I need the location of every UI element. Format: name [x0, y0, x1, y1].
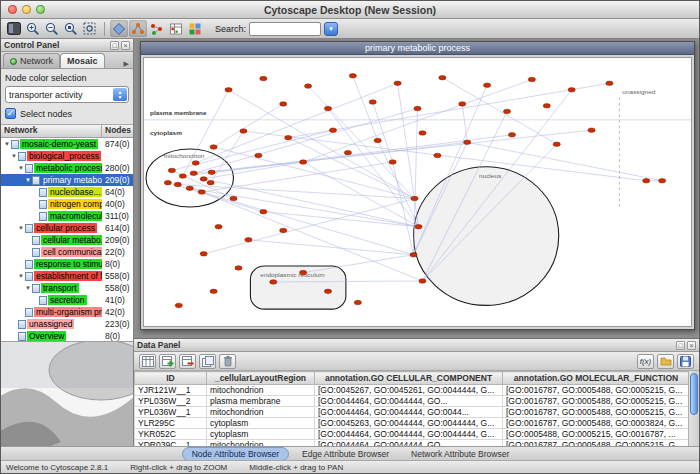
zoom-in-icon[interactable] [24, 20, 42, 37]
tab-scroll-right-icon[interactable]: ▶ [122, 60, 131, 68]
tree-row[interactable]: ▼cellular process614(0) [1, 222, 133, 234]
tree-row[interactable]: cell communica...22(0) [1, 246, 133, 258]
edge[interactable] [214, 104, 284, 147]
zoom-window-button[interactable] [36, 5, 45, 14]
copy-attributes-icon[interactable] [199, 354, 216, 369]
tree-row[interactable]: multi-organism pro...42(0) [1, 306, 133, 318]
table-row[interactable]: YPL036W__1mitochondrion[GO:0044464, GO:0… [135, 407, 690, 418]
tab-node-attribute-browser[interactable]: Node Attribute Browser [182, 447, 289, 461]
expand-arrow-icon[interactable]: ▼ [24, 285, 32, 291]
edge[interactable] [353, 76, 378, 141]
tree-row[interactable]: ▼mosaic-demo-yeast874(0) [1, 138, 133, 150]
float-panel-icon[interactable]: □ [110, 41, 119, 50]
node[interactable] [389, 160, 396, 164]
edge[interactable] [243, 131, 646, 181]
node[interactable] [374, 138, 381, 142]
node[interactable] [285, 135, 292, 139]
table-row[interactable]: YKR052Ccytoplasm[GO:0044464, GO:0044444,… [135, 429, 690, 440]
zoom-selected-icon[interactable] [62, 20, 80, 37]
node[interactable] [459, 102, 466, 106]
node[interactable] [190, 171, 197, 175]
node[interactable] [186, 186, 193, 190]
zoom-out-icon[interactable] [43, 20, 61, 37]
node[interactable] [419, 131, 426, 135]
create-attribute-icon[interactable] [159, 354, 176, 369]
birds-eye-view[interactable] [1, 342, 133, 446]
node[interactable] [410, 253, 417, 257]
node[interactable] [543, 104, 550, 108]
node[interactable] [260, 209, 267, 213]
column-header[interactable]: _cellularLayoutRegion [207, 372, 315, 385]
node[interactable] [300, 270, 307, 274]
table-scrollbar-thumb[interactable] [690, 373, 698, 415]
edge[interactable] [303, 255, 413, 273]
node[interactable] [606, 81, 613, 85]
node[interactable] [215, 224, 222, 228]
node[interactable] [411, 196, 418, 200]
node[interactable] [230, 196, 237, 200]
node[interactable] [208, 170, 215, 174]
node[interactable] [174, 182, 181, 186]
node[interactable] [210, 289, 217, 293]
node[interactable] [324, 289, 331, 293]
node[interactable] [240, 129, 247, 133]
expand-arrow-icon[interactable]: ▼ [3, 141, 11, 147]
tree-row[interactable]: nitrogen compo...40(0) [1, 198, 133, 210]
node[interactable] [349, 74, 356, 78]
column-header[interactable]: annotation.GO MOLECULAR_FUNCTION [503, 372, 690, 385]
table-scrollbar[interactable] [688, 371, 699, 446]
trash-icon[interactable] [219, 354, 236, 369]
expand-arrow-icon[interactable]: ▼ [24, 177, 32, 183]
node[interactable] [568, 88, 575, 92]
node[interactable] [344, 150, 351, 154]
node[interactable] [643, 179, 650, 183]
node[interactable] [300, 160, 307, 164]
tab-network-attribute-browser[interactable]: Network Attribute Browser [402, 448, 518, 460]
edge[interactable] [308, 86, 414, 198]
node[interactable] [270, 280, 277, 284]
tree-column-network[interactable]: Network [1, 125, 102, 137]
node[interactable] [484, 83, 491, 87]
tree-row[interactable]: secretion41(0) [1, 294, 133, 306]
close-window-button[interactable] [8, 5, 17, 14]
node[interactable] [305, 84, 312, 88]
node[interactable] [503, 109, 510, 113]
tree-row[interactable]: ▼biological_process [1, 150, 133, 162]
table-row[interactable]: YLR295Ccytoplasm[GO:0045263, GO:0044444,… [135, 418, 690, 429]
node[interactable] [225, 88, 232, 92]
tree-column-nodes[interactable]: Nodes [102, 125, 131, 137]
node[interactable] [168, 168, 175, 172]
node[interactable] [245, 238, 252, 242]
first-neighbors-icon[interactable] [129, 20, 147, 37]
node[interactable] [419, 279, 426, 283]
close-data-panel-icon[interactable]: × [687, 341, 696, 350]
tree-row[interactable]: macromolecule...311(0) [1, 210, 133, 222]
column-header[interactable]: annotation.GO CELLULAR_COMPONENT [315, 372, 503, 385]
float-data-panel-icon[interactable]: □ [676, 341, 685, 350]
node[interactable] [235, 266, 242, 270]
import-attributes-icon[interactable] [167, 20, 185, 37]
node[interactable] [192, 161, 199, 165]
node[interactable] [528, 77, 535, 81]
node[interactable] [200, 252, 207, 256]
search-options-icon[interactable]: ▼ [324, 22, 338, 36]
node[interactable] [324, 106, 331, 110]
edge[interactable] [442, 78, 556, 145]
node[interactable] [588, 128, 595, 132]
node[interactable] [280, 102, 287, 106]
node[interactable] [508, 133, 515, 137]
tree-row[interactable]: ▼primary metabo...209(0) [1, 174, 133, 186]
node[interactable] [210, 145, 217, 149]
graphics-details-icon[interactable] [110, 20, 128, 37]
tree-row[interactable]: ▼transport558(0) [1, 282, 133, 294]
function-builder-icon[interactable]: f(x) [637, 354, 654, 369]
cytopanel-toggle-icon[interactable] [5, 20, 23, 37]
edge[interactable] [328, 109, 419, 227]
tab-mosaic[interactable]: Mosaic [60, 53, 105, 68]
table-row[interactable]: YJR121W__1mitochondrion[GO:0045267, GO:0… [135, 385, 690, 396]
node[interactable] [207, 180, 214, 184]
tree-row[interactable]: response to stimul...8(0) [1, 258, 133, 270]
tree-row[interactable]: ▼metabolic process280(0) [1, 162, 133, 174]
tab-edge-attribute-browser[interactable]: Edge Attribute Browser [293, 448, 398, 460]
search-input[interactable] [249, 22, 321, 36]
